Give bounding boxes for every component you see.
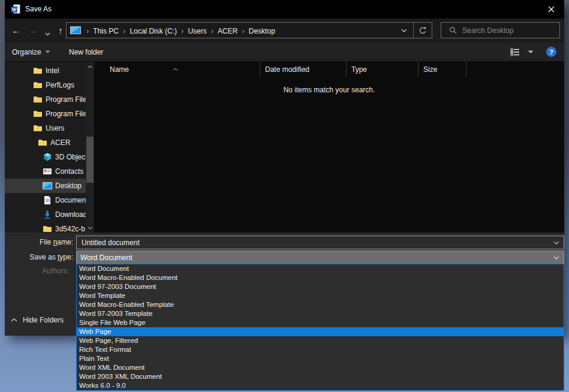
chevron-up-icon: [88, 65, 93, 68]
help-button[interactable]: ?: [546, 47, 556, 57]
sidebar-item-3d542c-b[interactable]: 3d542c-b: [5, 222, 89, 233]
hide-folders-button[interactable]: Hide Folders: [11, 313, 64, 327]
organize-label: Organize: [12, 48, 41, 56]
column-header-type[interactable]: Type: [347, 62, 419, 77]
desktop-background: W Save As ← → ↑: [0, 0, 569, 392]
folder-icon: [38, 138, 47, 147]
address-bar[interactable]: ›This PC›Local Disk (C:)›Users›ACER›Desk…: [66, 22, 432, 38]
sidebar-item-contacts[interactable]: Contacts: [5, 164, 89, 179]
scrollbar-thumb[interactable]: [86, 137, 94, 183]
type-option-web-page[interactable]: Web Page: [77, 327, 564, 336]
back-button[interactable]: ←: [10, 25, 23, 37]
new-folder-button[interactable]: New folder: [69, 43, 103, 61]
view-mode-dropdown-button[interactable]: [528, 43, 534, 61]
sidebar-item-users[interactable]: Users: [5, 121, 89, 135]
sidebar-item-documents[interactable]: Documents: [5, 193, 89, 207]
previous-locations-button[interactable]: [395, 23, 413, 38]
sidebar-item-label: Intel: [46, 67, 59, 75]
folder-tree-sidebar: IntelPerfLogsProgram FilesProgram FilesU…: [5, 62, 94, 233]
folder-icon: [33, 123, 43, 133]
file-name-value: Untitled document: [82, 239, 140, 247]
folder-icon: [33, 80, 43, 90]
breadcrumb-item-local-disk-c-[interactable]: Local Disk (C:): [130, 27, 177, 35]
authors-label: Authors:: [5, 267, 69, 275]
file-list-area: NameDate modifiedTypeSize No items match…: [94, 62, 564, 233]
close-button[interactable]: [541, 2, 561, 17]
save-as-type-label: Save as type:: [5, 253, 73, 261]
search-icon: [449, 26, 457, 34]
type-option-works-6-0-9-0[interactable]: Works 6.0 - 9.0: [77, 381, 564, 390]
desktop-icon: [43, 181, 52, 191]
save-as-type-combobox[interactable]: Word Document: [76, 251, 564, 264]
sidebar-item-perflogs[interactable]: PerfLogs: [5, 78, 89, 92]
sidebar-item-label: Documents: [55, 196, 89, 204]
chevron-down-icon: [553, 256, 559, 260]
breadcrumb-item-acer[interactable]: ACER: [218, 27, 237, 35]
sidebar-item-downloads[interactable]: Downloads: [5, 207, 89, 222]
type-option-word-macro-enabled-document[interactable]: Word Macro-Enabled Document: [77, 273, 564, 282]
sidebar-item-acer[interactable]: ACER: [5, 135, 89, 150]
sidebar-item-program-files[interactable]: Program Files: [5, 92, 89, 107]
type-option-word-2003-xml-document[interactable]: Word 2003 XML Document: [77, 372, 564, 381]
search-placeholder: Search Desktop: [462, 26, 513, 35]
breadcrumb-item-users[interactable]: Users: [188, 27, 206, 35]
folder-icon: [33, 95, 43, 104]
type-option-word-document[interactable]: Word Document: [77, 264, 564, 273]
forward-button[interactable]: →: [26, 25, 40, 37]
recent-locations-button[interactable]: [41, 27, 54, 39]
type-option-word-xml-document[interactable]: Word XML Document: [77, 363, 564, 372]
sidebar-item-3d-objects[interactable]: 3D Objects: [5, 150, 89, 164]
sidebar-scrollbar[interactable]: [86, 62, 94, 233]
search-input[interactable]: Search Desktop: [441, 22, 560, 38]
sidebar-item-label: Program Files: [46, 110, 89, 118]
download-icon: [43, 210, 52, 219]
details-view-icon: [510, 48, 520, 56]
breadcrumb-item-this-pc[interactable]: This PC: [93, 27, 119, 35]
sidebar-item-label: Downloads: [55, 210, 89, 219]
type-option-word-macro-enabled-template[interactable]: Word Macro-Enabled Template: [77, 300, 564, 309]
word-app-icon: W: [11, 4, 20, 14]
empty-folder-message: No items match your search.: [94, 86, 564, 94]
breadcrumb-separator-icon: ›: [119, 26, 130, 35]
scroll-up-button[interactable]: [86, 62, 94, 71]
type-option-word-template[interactable]: Word Template: [77, 291, 564, 300]
type-option-word-97-2003-template[interactable]: Word 97-2003 Template: [77, 309, 564, 318]
sidebar-item-label: ACER: [50, 138, 70, 147]
sidebar-item-label: Desktop: [55, 182, 82, 190]
breadcrumb-separator-icon: ›: [177, 26, 188, 35]
folder-icon: [33, 109, 43, 119]
dialog-title: Save As: [25, 5, 52, 13]
sidebar-item-label: PerfLogs: [46, 81, 74, 89]
sidebar-item-label: Program Files: [46, 95, 89, 104]
scroll-down-button[interactable]: [86, 224, 94, 232]
refresh-button[interactable]: [414, 23, 432, 38]
sidebar-item-intel[interactable]: Intel: [5, 64, 89, 78]
view-mode-button[interactable]: [510, 43, 520, 61]
organize-button[interactable]: Organize: [12, 43, 50, 61]
folder-icon: [33, 66, 43, 76]
sidebar-item-label: Users: [46, 124, 64, 132]
type-option-word-97-2003-document[interactable]: Word 97-2003 Document: [77, 282, 564, 291]
file-name-input[interactable]: Untitled document: [76, 236, 564, 249]
save-as-type-value: Word Document: [80, 254, 132, 262]
type-option-web-page-filtered[interactable]: Web Page, Filtered: [77, 336, 564, 345]
hide-folders-label: Hide Folders: [23, 316, 64, 324]
type-option-rich-text-format[interactable]: Rich Text Format: [77, 345, 564, 354]
desktop-location-icon: [70, 26, 81, 34]
help-icon: ?: [549, 49, 553, 56]
up-button[interactable]: ↑: [54, 25, 67, 37]
breadcrumb-separator-icon: ›: [237, 26, 248, 35]
column-header-size[interactable]: Size: [419, 62, 466, 77]
contacts-icon: [43, 167, 52, 176]
sidebar-item-label: 3D Objects: [55, 153, 89, 161]
type-option-plain-text[interactable]: Plain Text: [77, 354, 564, 363]
sidebar-item-label: Contacts: [55, 167, 83, 176]
breadcrumb-item-desktop[interactable]: Desktop: [249, 27, 275, 35]
sidebar-item-program-files[interactable]: Program Files: [5, 107, 89, 121]
forward-arrow-icon: →: [29, 25, 38, 35]
column-header-date-modified[interactable]: Date modified: [260, 62, 347, 77]
chevron-up-icon: [11, 318, 17, 322]
type-option-single-file-web-page[interactable]: Single File Web Page: [77, 318, 564, 327]
navigation-bar: ← → ↑ ›This PC›Local Disk (C:)›Users›ACE…: [5, 19, 564, 43]
sidebar-item-desktop[interactable]: Desktop: [5, 179, 94, 193]
